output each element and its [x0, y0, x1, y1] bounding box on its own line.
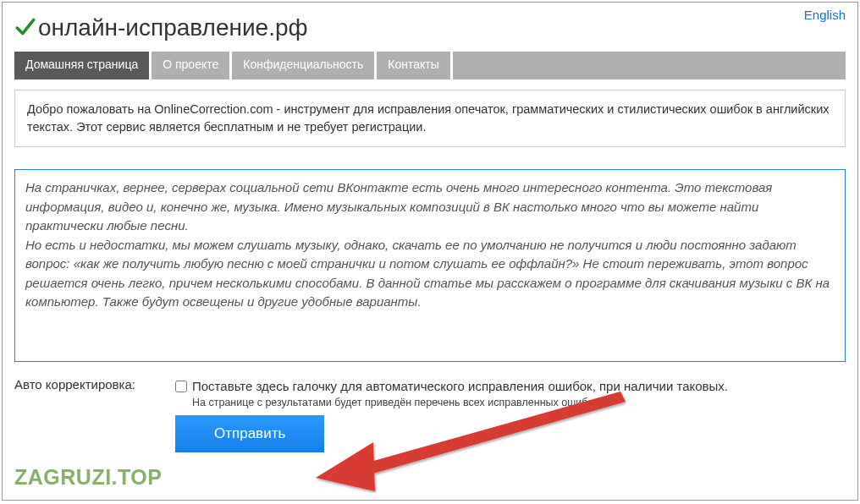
nav-about[interactable]: О проекте: [152, 52, 229, 79]
auto-correct-label: Авто корректировка:: [14, 377, 175, 408]
nav-privacy[interactable]: Конфиденциальность: [232, 52, 374, 79]
auto-correct-checkbox[interactable]: [175, 381, 187, 392]
text-input[interactable]: [14, 169, 846, 362]
nav-home[interactable]: Домашняя страница: [14, 52, 149, 79]
welcome-box: Добро пожаловать на OnlineCorrection.com…: [14, 90, 846, 147]
nav-contacts[interactable]: Контакты: [377, 52, 449, 79]
submit-button[interactable]: Отправить: [175, 415, 324, 452]
watermark-text: ZAGRUZI.TOP: [14, 465, 162, 490]
auto-correct-row: Авто корректировка: Поставьте здесь гало…: [3, 365, 857, 408]
lang-switch-link[interactable]: English: [804, 8, 846, 22]
auto-correct-text: Поставьте здесь галочку для автоматическ…: [192, 377, 728, 395]
logo-row: онлайн-исправление.рф: [3, 3, 857, 47]
main-nav: Домашняя страница О проекте Конфиденциал…: [3, 52, 857, 79]
text-input-wrap: [14, 169, 846, 365]
nav-spacer: [453, 52, 846, 79]
auto-correct-note: На странице с результатами будет приведё…: [192, 397, 728, 408]
site-title: онлайн-исправление.рф: [38, 14, 308, 41]
checkmark-icon: [14, 16, 36, 38]
